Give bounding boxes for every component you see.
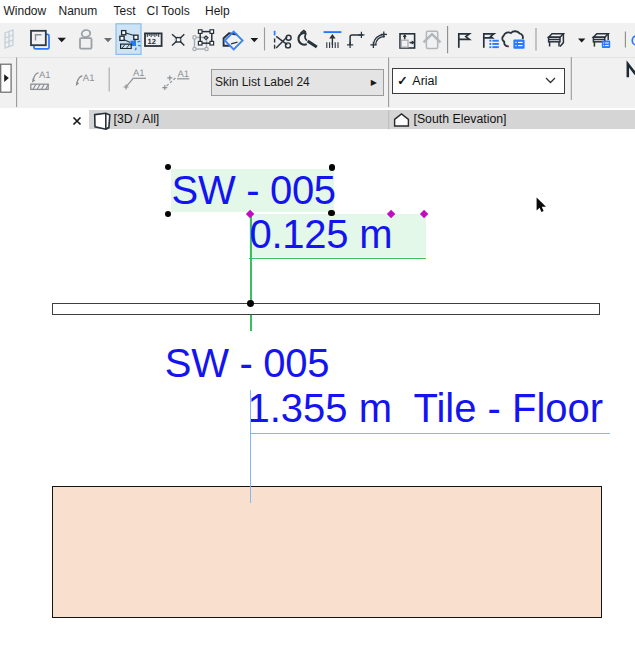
svg-text:A1: A1 [39,70,51,81]
svg-text:12: 12 [148,37,156,46]
svg-text:A1: A1 [83,73,95,84]
